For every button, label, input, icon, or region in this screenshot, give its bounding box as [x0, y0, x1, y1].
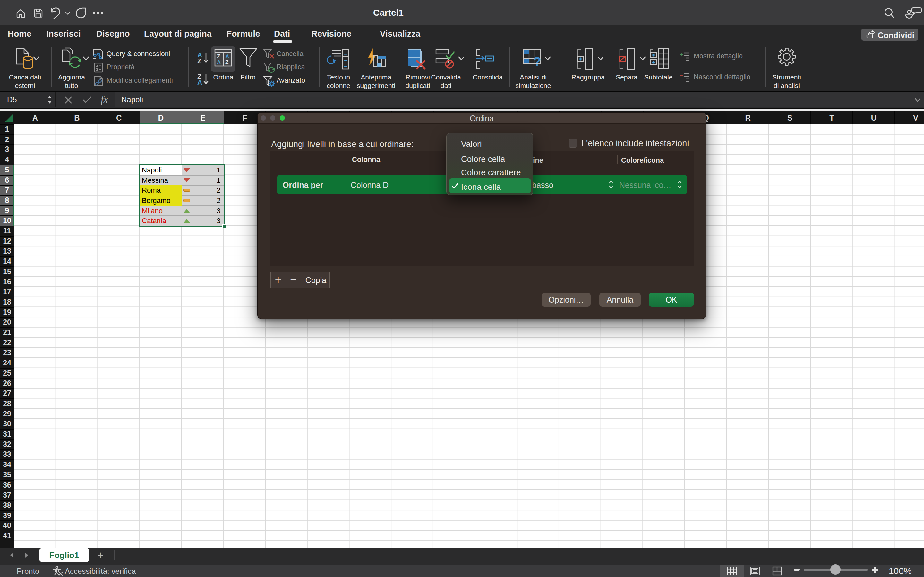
svg-text:?: ?	[533, 55, 541, 69]
svg-text:Z: Z	[225, 59, 228, 65]
svg-text:A: A	[217, 59, 221, 65]
svg-text:Z: Z	[217, 53, 220, 60]
svg-text:A: A	[225, 53, 229, 60]
